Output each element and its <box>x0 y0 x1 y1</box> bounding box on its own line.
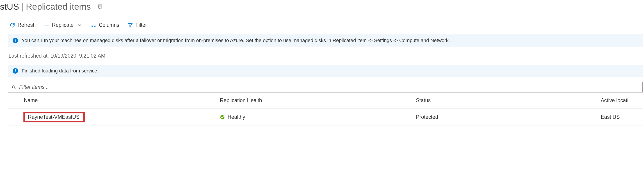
pin-icon[interactable] <box>97 4 103 10</box>
page-title: Replicated items <box>26 2 91 12</box>
last-refreshed: Last refreshed at: 10/19/2020, 9:21:02 A… <box>7 51 644 63</box>
filter-items-input[interactable] <box>19 84 639 90</box>
breadcrumb-divider: | <box>22 2 24 12</box>
filter-items-container[interactable] <box>8 82 643 92</box>
col-header-name[interactable]: Name <box>24 97 220 104</box>
cell-health: Healthy <box>220 114 416 120</box>
col-header-location[interactable]: Active locati <box>601 97 643 104</box>
content-area: Refresh Replicate Columns <box>0 14 644 126</box>
last-refreshed-value: 10/19/2020, 9:21:02 AM <box>50 53 105 59</box>
info-banner-managed-disks: i You can run your machines on managed d… <box>8 34 643 47</box>
replicate-button[interactable]: Replicate <box>43 22 84 28</box>
refresh-label: Refresh <box>18 22 36 28</box>
svg-point-2 <box>12 85 15 88</box>
filter-button[interactable]: Filter <box>126 22 148 28</box>
cell-name[interactable]: RayneTest-VMEastUS <box>24 112 220 122</box>
chevron-down-icon <box>76 22 82 28</box>
filter-label: Filter <box>136 22 147 28</box>
info-banner-text: You can run your machines on managed dis… <box>22 38 450 43</box>
replicated-items-table: Name Replication Health Status Active lo… <box>8 92 643 126</box>
info-icon: i <box>12 68 18 74</box>
table-row[interactable]: RayneTest-VMEastUS Healthy Protected Eas… <box>8 109 643 126</box>
highlighted-name: RayneTest-VMEastUS <box>24 112 84 122</box>
healthy-icon <box>220 115 225 120</box>
col-header-health[interactable]: Replication Health <box>220 97 416 104</box>
breadcrumb-prefix: stUS <box>0 2 19 12</box>
refresh-icon <box>10 22 15 28</box>
search-icon <box>12 85 16 90</box>
vm-name: RayneTest-VMEastUS <box>28 114 80 120</box>
toolbar: Refresh Replicate Columns <box>7 19 644 33</box>
svg-rect-1 <box>99 6 101 7</box>
refresh-button[interactable]: Refresh <box>8 22 37 28</box>
columns-icon <box>90 22 96 28</box>
last-refreshed-label: Last refreshed at: <box>8 53 49 59</box>
info-icon: i <box>12 38 18 43</box>
cell-status: Protected <box>416 114 601 120</box>
col-header-status[interactable]: Status <box>416 97 601 104</box>
page-header: stUS | Replicated items <box>0 0 644 14</box>
table-header: Name Replication Health Status Active lo… <box>8 92 643 109</box>
info-banner-loaded-text: Finished loading data from service. <box>22 68 98 74</box>
plus-icon <box>44 22 50 28</box>
cell-location: East US <box>601 114 643 120</box>
health-text: Healthy <box>228 114 245 120</box>
columns-button[interactable]: Columns <box>90 22 120 28</box>
info-banner-loaded: i Finished loading data from service. <box>8 65 643 77</box>
filter-icon <box>127 22 133 28</box>
replicate-label: Replicate <box>52 22 74 28</box>
columns-label: Columns <box>99 22 119 28</box>
